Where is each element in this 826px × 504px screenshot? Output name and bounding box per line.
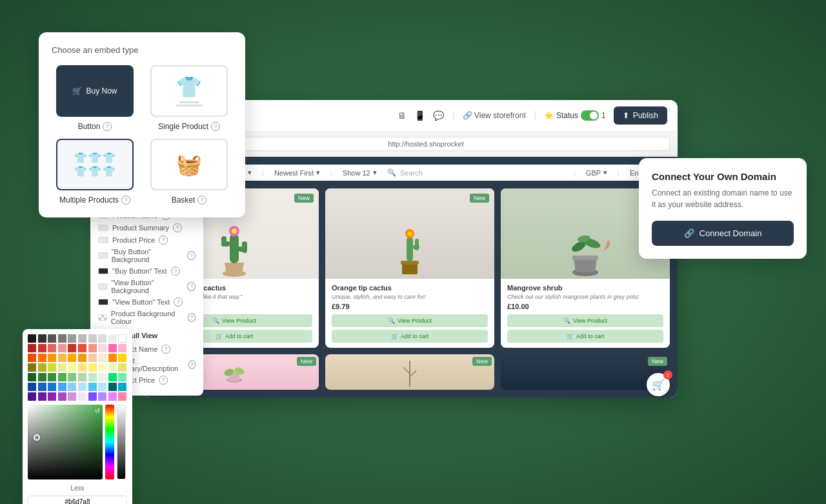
swatch-cell[interactable] [108, 344, 117, 352]
swatch-cell[interactable] [68, 392, 76, 401]
swatch-cell[interactable] [48, 383, 56, 391]
swatch-cell[interactable] [68, 373, 76, 381]
swatch-cell[interactable] [118, 383, 126, 391]
help-icon-multiple[interactable]: ? [121, 196, 130, 205]
help-icon-fv-name[interactable]: ? [161, 345, 170, 354]
swatch-cell[interactable] [28, 334, 36, 343]
swatch-cell[interactable] [98, 373, 106, 381]
swatch-cell[interactable] [28, 344, 36, 352]
swatch-cell[interactable] [98, 363, 106, 372]
swatch-cell[interactable] [48, 373, 56, 381]
show-count-item[interactable]: Show 12 ▾ [343, 168, 377, 177]
swatch-cell[interactable] [38, 392, 46, 401]
swatch-cell[interactable] [88, 363, 97, 372]
swatch-cell[interactable] [78, 392, 86, 401]
swatch-cell[interactable] [98, 354, 106, 362]
product-price-swatch[interactable] [98, 237, 108, 243]
connect-domain-button[interactable]: 🔗 Connect Domain [652, 221, 794, 246]
view-btn-text-swatch[interactable] [98, 299, 108, 305]
swatch-cell[interactable] [38, 363, 46, 372]
swatch-cell[interactable] [118, 344, 126, 352]
swatch-cell[interactable] [118, 373, 126, 381]
embed-option-basket[interactable]: 🧺 Basket ? [146, 139, 232, 205]
reset-icon[interactable]: ↺ [95, 407, 100, 414]
add-to-cart-btn-2[interactable]: 🛒 Add to cart [332, 330, 488, 343]
swatch-cell[interactable] [28, 392, 36, 401]
swatch-cell[interactable] [118, 392, 126, 401]
help-icon-bg[interactable]: ? [188, 313, 196, 322]
swatch-cell[interactable] [108, 363, 117, 372]
hue-strip[interactable] [105, 405, 114, 479]
product-bg-swatch[interactable] [98, 314, 107, 321]
help-icon-button[interactable]: ? [103, 122, 112, 131]
swatch-cell[interactable] [48, 334, 56, 343]
tablet-icon[interactable]: 📱 [414, 110, 425, 121]
swatch-cell[interactable] [58, 334, 66, 343]
swatch-cell[interactable] [118, 354, 126, 362]
embed-option-multiple-box[interactable]: 👕 👕 👕 👕 👕 👕 [56, 139, 134, 190]
swatch-cell[interactable] [38, 383, 46, 391]
swatch-cell[interactable] [108, 373, 117, 381]
brightness-strip[interactable] [117, 405, 126, 479]
swatch-cell[interactable] [28, 363, 36, 372]
address-bar[interactable]: http://hosted.shoprocket [182, 137, 670, 151]
help-icon-fv-price[interactable]: ? [159, 376, 168, 385]
help-icon-view-bg[interactable]: ? [187, 282, 196, 291]
gradient-canvas[interactable]: ↺ [28, 405, 103, 479]
publish-button[interactable]: ⬆ Publish [614, 106, 667, 125]
swatch-cell[interactable] [78, 334, 86, 343]
swatch-cell[interactable] [58, 383, 66, 391]
help-icon-single[interactable]: ? [211, 122, 220, 131]
swatch-cell[interactable] [28, 354, 36, 362]
swatch-cell[interactable] [68, 383, 76, 391]
swatch-cell[interactable] [108, 392, 117, 401]
cart-widget[interactable]: 🛒 2 [647, 373, 670, 396]
buy-btn-bg-swatch[interactable] [98, 252, 108, 259]
swatch-cell[interactable] [108, 334, 117, 343]
swatch-cell[interactable] [98, 383, 106, 391]
embed-option-multiple[interactable]: 👕 👕 👕 👕 👕 👕 Multiple Products ? [52, 139, 138, 205]
swatch-cell[interactable] [118, 334, 126, 343]
product-summary-swatch[interactable] [98, 225, 108, 231]
swatch-cell[interactable] [68, 354, 76, 362]
swatch-cell[interactable] [98, 344, 106, 352]
swatch-cell[interactable] [78, 344, 86, 352]
hex-input[interactable] [28, 496, 127, 504]
swatch-cell[interactable] [58, 363, 66, 372]
swatch-cell[interactable] [88, 354, 97, 362]
buy-btn-text-swatch[interactable] [98, 268, 108, 274]
help-icon-buy-bg[interactable]: ? [187, 251, 196, 260]
swatch-cell[interactable] [98, 334, 106, 343]
swatch-cell[interactable] [118, 363, 126, 372]
swatch-cell[interactable] [48, 354, 56, 362]
status-toggle[interactable] [581, 110, 599, 121]
help-icon-summary[interactable]: ? [173, 223, 182, 232]
swatch-cell[interactable] [58, 354, 66, 362]
desktop-icon[interactable]: 🖥 [398, 110, 407, 121]
embed-option-basket-box[interactable]: 🧺 [150, 139, 228, 190]
embed-option-single-box[interactable]: 👕 [150, 65, 228, 117]
swatch-cell[interactable] [58, 392, 66, 401]
help-icon-price[interactable]: ? [159, 236, 168, 245]
add-to-cart-btn-3[interactable]: 🛒 Add to cart [507, 330, 663, 343]
help-icon-fv-summary[interactable]: ? [188, 360, 196, 369]
swatch-cell[interactable] [108, 383, 117, 391]
embed-option-button[interactable]: 🛒 Buy Now Button ? [52, 65, 138, 131]
swatch-cell[interactable] [78, 383, 86, 391]
help-icon-basket[interactable]: ? [197, 196, 206, 205]
view-product-btn-2[interactable]: 🔍 View Product [332, 314, 488, 327]
embed-option-single-product[interactable]: 👕 Single Product ? [146, 65, 232, 131]
search-placeholder[interactable]: Search [400, 169, 423, 177]
swatch-cell[interactable] [58, 373, 66, 381]
mobile-icon[interactable]: 💬 [433, 110, 444, 121]
swatch-cell[interactable] [98, 392, 106, 401]
swatch-cell[interactable] [78, 354, 86, 362]
less-button[interactable]: Less [28, 483, 127, 493]
swatch-cell[interactable] [88, 383, 97, 391]
swatch-cell[interactable] [48, 392, 56, 401]
swatch-cell[interactable] [38, 344, 46, 352]
swatch-cell[interactable] [48, 344, 56, 352]
sort-item[interactable]: Newest First ▾ [274, 168, 320, 177]
swatch-cell[interactable] [68, 363, 76, 372]
swatch-cell[interactable] [68, 344, 76, 352]
